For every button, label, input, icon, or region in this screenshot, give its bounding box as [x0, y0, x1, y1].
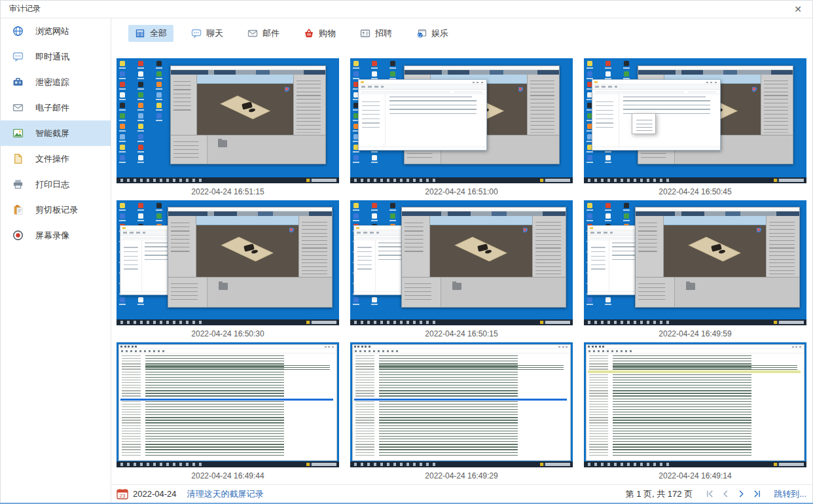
- sidebar-item-print[interactable]: 打印日志: [0, 171, 111, 197]
- taskbar-mock: [350, 177, 573, 183]
- screenshot-timestamp: 2022-04-24 16:49:44: [117, 467, 339, 484]
- sidebar-item-email[interactable]: 电子邮件: [0, 95, 111, 120]
- page-title: 审计记录: [9, 3, 41, 14]
- tab-shopping[interactable]: 购物: [297, 25, 342, 42]
- id-card-icon: [360, 28, 371, 39]
- page-next-button[interactable]: [736, 489, 746, 499]
- file-explorer-window-mock: [592, 79, 721, 151]
- file-explorer-window-mock: [358, 79, 487, 151]
- context-menu-mock: [632, 113, 656, 134]
- date-label: 2022-04-24: [133, 489, 177, 499]
- log-viewer-window-mock: [118, 344, 336, 461]
- category-tabbar: 全部 聊天 邮件 购物 招聘 娱乐: [111, 18, 813, 48]
- clear-screenshots-link[interactable]: 清理这天的截屏记录: [187, 488, 264, 500]
- screenshot-timestamp: 2022-04-24 16:49:59: [584, 325, 806, 342]
- screenshot-timestamp: 2022-04-24 16:50:30: [117, 325, 339, 342]
- sidebar-item-file[interactable]: 文件操作: [0, 146, 111, 171]
- screenshot-timestamp: 2022-04-24 16:50:45: [584, 183, 806, 200]
- record-icon: [11, 229, 24, 242]
- screenshot-thumb[interactable]: [584, 58, 806, 183]
- screenshot-timestamp: 2022-04-24 16:49:14: [584, 467, 806, 484]
- screenshot-thumb[interactable]: [117, 58, 339, 183]
- screenshot-thumb[interactable]: [584, 200, 806, 325]
- log-viewer-window-mock: [586, 344, 804, 461]
- screenshot-timestamp: 2022-04-24 16:51:00: [350, 183, 573, 200]
- sidebar-item-im[interactable]: 即时通讯: [0, 44, 111, 69]
- footer-bar: 23 2022-04-24 清理这天的截屏记录 第 1 页, 共 172 页 跳…: [111, 484, 813, 503]
- screenshot-card: 2022-04-24 16:50:15: [350, 200, 573, 342]
- video-player-icon: [416, 28, 427, 39]
- close-icon[interactable]: ✕: [789, 2, 806, 16]
- screenshot-thumb[interactable]: [584, 342, 806, 467]
- grid-list-icon: [135, 28, 146, 39]
- taskbar-mock: [117, 461, 339, 467]
- printer-icon: [11, 178, 24, 191]
- sidebar-item-screenshot[interactable]: 智能截屏: [0, 120, 111, 146]
- audit-records-window: 审计记录 ✕ 浏览网站 即时通讯 泄密追踪 电子邮件 智能截屏 文件操作 打印日…: [0, 0, 813, 504]
- taskbar-mock: [584, 177, 806, 183]
- page-prev-button[interactable]: [720, 489, 731, 499]
- unity-editor-window-mock: [168, 207, 333, 308]
- taskbar-mock: [584, 461, 806, 467]
- sidebar-item-clipboard[interactable]: 剪切板记录: [0, 197, 111, 223]
- document-icon: [11, 153, 24, 166]
- screenshot-thumb[interactable]: [117, 200, 339, 325]
- tab-mail[interactable]: 邮件: [241, 25, 286, 42]
- chat-bubble-icon: [11, 50, 24, 63]
- taskbar-mock: [117, 177, 339, 183]
- screenshot-timestamp: 2022-04-24 16:50:15: [350, 325, 573, 342]
- screenshot-card: 2022-04-24 16:50:45: [584, 58, 806, 200]
- clipboard-icon: [11, 204, 24, 217]
- taskbar-mock: [584, 319, 806, 325]
- chat-bubble-icon: [191, 28, 202, 39]
- screenshot-timestamp: 2022-04-24 16:49:29: [350, 467, 573, 484]
- screenshot-thumb[interactable]: [350, 200, 573, 325]
- screenshot-thumb[interactable]: [350, 58, 573, 183]
- screenshot-card: 2022-04-24 16:49:44: [117, 342, 339, 484]
- screenshot-card: 2022-04-24 16:49:14: [584, 342, 806, 484]
- unity-editor-window-mock: [170, 65, 326, 164]
- unity-editor-window-mock: [635, 207, 800, 308]
- page-first-button[interactable]: [704, 489, 715, 499]
- page-last-button[interactable]: [751, 489, 762, 499]
- calendar-icon[interactable]: 23: [117, 488, 128, 499]
- shopping-basket-icon: [304, 28, 315, 39]
- taskbar-mock: [350, 461, 573, 467]
- content-area: 全部 聊天 邮件 购物 招聘 娱乐 2022-04-24 16:51:15202…: [111, 18, 813, 503]
- tab-chat[interactable]: 聊天: [185, 25, 230, 42]
- picture-icon: [11, 127, 24, 140]
- toolbox-icon: [11, 76, 24, 89]
- tab-all[interactable]: 全部: [128, 25, 173, 42]
- calendar-day: 23: [120, 493, 126, 499]
- taskbar-mock: [117, 319, 339, 325]
- sidebar-item-leak[interactable]: 泄密追踪: [0, 69, 111, 95]
- tab-recruit[interactable]: 招聘: [353, 25, 399, 42]
- envelope-icon: [11, 101, 24, 115]
- screenshot-card: 2022-04-24 16:51:15: [117, 58, 339, 200]
- taskbar-mock: [350, 319, 573, 325]
- titlebar: 审计记录 ✕: [0, 0, 813, 18]
- screenshot-thumb[interactable]: [350, 342, 573, 467]
- screenshot-thumb[interactable]: [117, 342, 339, 467]
- page-info: 第 1 页, 共 172 页: [626, 488, 693, 500]
- jump-to-page-link[interactable]: 跳转到...: [774, 488, 806, 500]
- globe-icon: [11, 25, 24, 38]
- screenshot-card: 2022-04-24 16:49:29: [350, 342, 573, 484]
- screenshot-timestamp: 2022-04-24 16:51:15: [117, 183, 339, 200]
- sidebar-item-browse[interactable]: 浏览网站: [0, 18, 111, 44]
- screenshot-card: 2022-04-24 16:50:30: [117, 200, 339, 342]
- envelope-icon: [247, 28, 259, 39]
- log-viewer-window-mock: [352, 344, 570, 461]
- unity-editor-window-mock: [401, 207, 566, 308]
- screenshot-card: 2022-04-24 16:51:00: [350, 58, 573, 200]
- screenshot-card: 2022-04-24 16:49:59: [584, 200, 806, 342]
- screenshot-grid: 2022-04-24 16:51:152022-04-24 16:51:0020…: [117, 58, 813, 484]
- sidebar-item-record[interactable]: 屏幕录像: [0, 223, 111, 248]
- sidebar: 浏览网站 即时通讯 泄密追踪 电子邮件 智能截屏 文件操作 打印日志 剪切板记录…: [0, 18, 111, 503]
- tab-entertainment[interactable]: 娱乐: [410, 25, 455, 42]
